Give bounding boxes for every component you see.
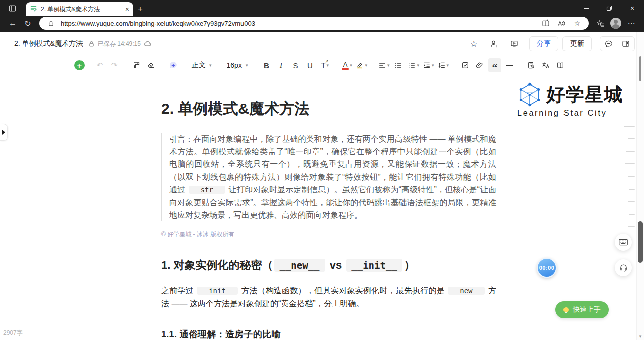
document-title[interactable]: 2. 单例模式&魔术方法 — [14, 39, 83, 48]
browser-titlebar: 2. 单例模式&魔术方法 × + × — [0, 0, 644, 16]
profile-avatar[interactable] — [610, 18, 621, 29]
find-in-doc-icon — [527, 61, 535, 69]
heading-text: 1. 对象实例化的秘密（ — [161, 259, 273, 271]
outline-marker[interactable] — [628, 176, 635, 177]
split-screen-icon[interactable] — [540, 19, 551, 27]
scroll-down-icon[interactable]: ▼ — [638, 334, 642, 339]
italic-button[interactable]: I — [274, 58, 287, 72]
inline-code: __init__ — [346, 259, 403, 272]
new-tab-button[interactable]: + — [133, 2, 147, 16]
outline-marker[interactable] — [629, 214, 635, 215]
line-spacing-button[interactable]: ▾ — [437, 58, 450, 72]
bullet-list-button[interactable] — [392, 58, 405, 72]
tab-close-icon[interactable]: × — [125, 6, 129, 13]
outline-marker[interactable] — [628, 201, 635, 202]
format-painter-icon[interactable] — [130, 58, 143, 72]
strikethrough-button[interactable]: S — [289, 58, 302, 72]
outline-marker[interactable] — [624, 126, 635, 127]
undo-icon[interactable]: ↶ — [93, 58, 106, 72]
restore-icon — [606, 5, 612, 11]
quick-start-button[interactable]: 快速上手 — [555, 301, 609, 318]
url-text[interactable]: https://www.yuque.com/bingbing-xelut/keq… — [61, 20, 536, 27]
restore-button[interactable] — [598, 0, 621, 16]
address-bar[interactable]: https://www.yuque.com/bingbing-xelut/keq… — [39, 17, 589, 30]
doc-heading-3[interactable]: 1.1. 通俗理解：造房子的比喻 — [161, 328, 496, 340]
translate-button[interactable] — [539, 58, 552, 72]
favorites-bar-icon[interactable] — [593, 19, 608, 28]
support-button[interactable] — [615, 259, 632, 276]
more-text-format-button[interactable]: T↗ ▾ — [318, 58, 331, 72]
tab-actions-icon[interactable] — [5, 2, 20, 15]
chevron-down-icon: ▾ — [417, 63, 419, 68]
favorite-doc-icon[interactable]: ☆ — [466, 36, 482, 51]
comments-icon[interactable] — [600, 36, 617, 51]
copyright-line: © 好学星城 - 冰冰 版权所有 — [161, 230, 496, 239]
save-status: 已保存 14:49:15 — [88, 40, 152, 48]
paragraph-style-value: 正文 — [192, 61, 206, 70]
chevron-down-icon: ▾ — [447, 63, 449, 68]
minimize-button[interactable] — [575, 0, 598, 16]
find-replace-button[interactable] — [525, 58, 538, 72]
task-list-button[interactable] — [459, 58, 472, 72]
brand-logo: 好学星城 Learning Star City — [517, 82, 641, 118]
ordered-list-icon — [408, 61, 416, 69]
back-icon[interactable]: ← — [5, 17, 20, 30]
timer-badge[interactable]: 00:00 — [537, 258, 557, 278]
indent-button[interactable]: ▾ — [422, 58, 435, 72]
insert-block-button[interactable]: + — [74, 60, 85, 70]
update-button[interactable]: 更新 — [562, 36, 592, 51]
outline-marker[interactable] — [626, 151, 635, 152]
outline-marker[interactable] — [628, 138, 635, 139]
browser-menu-icon[interactable]: ⋯ — [624, 19, 639, 28]
close-button[interactable]: × — [621, 0, 644, 16]
sidebar-expand-handle[interactable] — [0, 124, 8, 141]
browser-urlbar: ← ↻ https://www.yuque.com/bingbing-xelut… — [0, 16, 644, 32]
ai-assistant-icon[interactable] — [167, 58, 180, 72]
read-aloud-icon[interactable] — [556, 19, 567, 27]
redo-icon[interactable]: ↷ — [108, 58, 121, 72]
doc-heading-2[interactable]: 1. 对象实例化的秘密（__new__ vs __init__） — [161, 257, 496, 273]
outline-marker[interactable] — [625, 163, 635, 164]
highlight-color-button[interactable]: ▾ — [355, 58, 368, 72]
scrollbar-thumb-top[interactable] — [639, 56, 641, 81]
shortcut-keyboard-button[interactable] — [615, 234, 632, 251]
paragraph[interactable]: 之前学过 __init__ 方法（构造函数），但其实对象实例化时，最先执行的是 … — [161, 284, 496, 310]
paragraph-style-select[interactable]: 正文 ▾ — [189, 58, 215, 72]
reader-mode-button[interactable] — [554, 58, 567, 72]
align-left-icon — [378, 61, 386, 69]
tab-title: 2. 单例模式&魔术方法 — [41, 5, 122, 14]
scrollbar-thumb[interactable] — [638, 221, 643, 263]
underline-button[interactable]: U — [303, 58, 316, 72]
share-button[interactable]: 分享 — [529, 36, 558, 51]
refresh-icon[interactable]: ↻ — [20, 17, 35, 30]
intro-quote-block[interactable]: 引言：在面向对象编程中，除了基础的类和对象，还有两个实用高级特性 —— 单例模式… — [161, 133, 496, 221]
logo-title: 好学星城 — [546, 82, 623, 107]
doc-heading-1[interactable]: 2. 单例模式&魔术方法 — [161, 75, 496, 120]
scrollbar-track[interactable]: ▼ — [636, 32, 644, 340]
document-header: 2. 单例模式&魔术方法 已保存 14:49:15 ☆ 分享 更新 — [0, 32, 644, 55]
outline-marker[interactable] — [629, 189, 635, 190]
font-size-select[interactable]: 16px ▾ — [224, 58, 251, 72]
paperclip-icon — [476, 61, 484, 69]
outline-marker[interactable] — [628, 226, 635, 227]
browser-tab[interactable]: 2. 单例模式&魔术方法 × — [26, 2, 133, 16]
present-mode-icon[interactable] — [506, 36, 522, 51]
ordered-list-button[interactable]: ▾ — [407, 58, 420, 72]
add-collaborator-icon[interactable] — [486, 36, 502, 51]
body-text: 之前学过 — [161, 286, 196, 295]
heading-text: ） — [404, 259, 415, 271]
font-color-button[interactable]: A ▾ — [340, 58, 353, 72]
divider-button[interactable] — [503, 58, 516, 72]
outline-panel-icon[interactable] — [617, 36, 634, 51]
window-controls: × — [575, 0, 644, 16]
link-button[interactable] — [473, 58, 487, 72]
book-icon — [556, 61, 565, 69]
keyboard-icon — [619, 239, 628, 246]
lock-small-icon — [88, 41, 95, 47]
quote-block-button[interactable]: “ — [488, 58, 501, 72]
highlighter-icon — [356, 61, 364, 69]
eraser-icon[interactable] — [144, 58, 157, 72]
align-button[interactable]: ▾ — [377, 58, 391, 72]
favorite-page-icon[interactable]: ☆ — [572, 19, 583, 27]
bold-button[interactable]: B — [260, 58, 273, 72]
